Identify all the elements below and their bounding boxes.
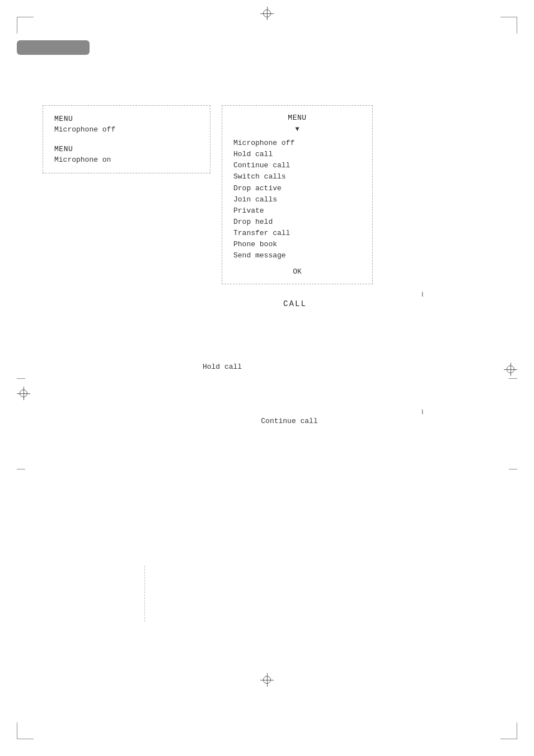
dropdown-arrow: ▼ bbox=[233, 125, 361, 133]
menu-ok-button[interactable]: OK bbox=[233, 267, 361, 276]
right-menu-title: MENU bbox=[233, 114, 361, 122]
call-section: ⌇ CALL bbox=[0, 291, 534, 308]
menu-item-continue-call[interactable]: Continue call bbox=[233, 160, 361, 171]
menu-item-drop-active[interactable]: Drop active bbox=[233, 183, 361, 194]
menu-items-list: Microphone off Hold call Continue call S… bbox=[233, 138, 361, 262]
tick-right-lower bbox=[509, 469, 517, 469]
crosshair-mid-right bbox=[504, 363, 517, 376]
right-menu-box: MENU ▼ Microphone off Hold call Continue… bbox=[222, 105, 373, 284]
menu-label-2: MENU bbox=[54, 145, 199, 153]
menu-item-private[interactable]: Private bbox=[233, 205, 361, 217]
crosshair-top-center bbox=[260, 7, 274, 20]
menu-item-switch-calls[interactable]: Switch calls bbox=[233, 171, 361, 182]
top-badge bbox=[17, 40, 90, 55]
hold-call-section: Hold call bbox=[0, 363, 489, 371]
menu-state-1: Microphone off bbox=[54, 125, 199, 134]
tick-right-mid bbox=[509, 378, 517, 379]
crosshair-bottom-center bbox=[260, 673, 274, 689]
bottom-dashed-line bbox=[144, 566, 145, 622]
menu-item-phone-book[interactable]: Phone book bbox=[233, 239, 361, 250]
menu-item-send-message[interactable]: Send message bbox=[233, 250, 361, 261]
hold-call-label: Hold call bbox=[203, 363, 242, 371]
tick-left-mid bbox=[17, 378, 25, 379]
continue-call-section: ⌇ Continue call bbox=[0, 408, 534, 425]
call-label-text: CALL bbox=[283, 299, 307, 308]
continue-phone-icon: ⌇ bbox=[421, 408, 425, 416]
crosshair-mid-left bbox=[17, 387, 30, 400]
menu-state-2: Microphone on bbox=[54, 156, 199, 164]
call-phone-icon: ⌇ bbox=[421, 291, 425, 298]
continue-call-label: Continue call bbox=[261, 417, 317, 425]
menu-item-drop-held[interactable]: Drop held bbox=[233, 217, 361, 228]
left-menu-box: MENU Microphone off MENU Microphone on bbox=[43, 105, 210, 173]
tick-left-lower bbox=[17, 469, 25, 469]
menu-item-hold-call[interactable]: Hold call bbox=[233, 149, 361, 160]
menu-label-1: MENU bbox=[54, 115, 199, 123]
menu-item-microphone-off[interactable]: Microphone off bbox=[233, 138, 361, 149]
call-label: CALL bbox=[0, 299, 534, 308]
menu-item-transfer-call[interactable]: Transfer call bbox=[233, 228, 361, 239]
menu-item-join-calls[interactable]: Join calls bbox=[233, 194, 361, 205]
